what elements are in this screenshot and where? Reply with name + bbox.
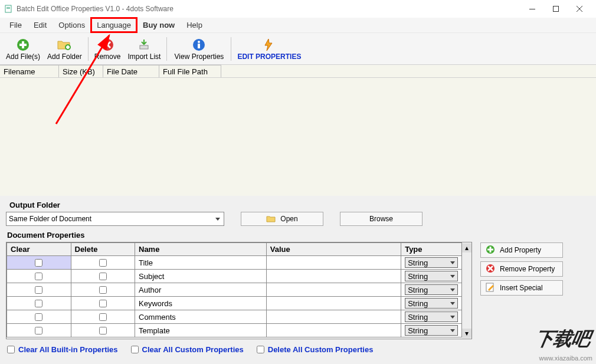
clear-builtin-check[interactable]: Clear All Built-in Properties: [7, 345, 118, 354]
view-properties-button[interactable]: View Properties: [169, 36, 228, 62]
clear-custom-check[interactable]: Clear All Custom Properties: [131, 345, 244, 354]
toolbar-label: Add Folder: [47, 53, 82, 61]
import-icon: [136, 37, 152, 53]
prop-name[interactable]: Keywords: [135, 297, 267, 310]
type-select[interactable]: String: [405, 284, 458, 295]
table-row[interactable]: SubjectString: [7, 270, 462, 283]
prop-value[interactable]: [266, 270, 401, 283]
prop-value[interactable]: [266, 297, 401, 310]
toolbar-separator: [166, 37, 167, 61]
menu-buy-now[interactable]: Buy now: [137, 18, 181, 32]
table-row[interactable]: TemplateString: [7, 324, 462, 337]
insert-special-button[interactable]: Insert Special: [480, 280, 563, 296]
delete-checkbox[interactable]: [99, 259, 107, 267]
remove-property-button[interactable]: Remove Property: [480, 261, 563, 277]
prop-name[interactable]: Title: [135, 256, 267, 270]
toolbar-label: Remove: [94, 53, 121, 61]
type-select[interactable]: String: [405, 271, 458, 281]
type-select[interactable]: String: [405, 311, 458, 322]
prop-value[interactable]: [266, 324, 401, 337]
checkbox[interactable]: [131, 346, 139, 353]
clear-checkbox[interactable]: [35, 313, 42, 321]
menu-edit[interactable]: Edit: [28, 18, 53, 32]
prop-name[interactable]: Subject: [135, 270, 267, 283]
watermark-url: www.xiazaiba.com: [539, 355, 592, 362]
svg-rect-16: [140, 45, 148, 49]
column-sizekb[interactable]: Size (KB): [59, 65, 103, 77]
scroll-up-icon[interactable]: ▴: [462, 243, 471, 252]
app-icon: [5, 5, 13, 13]
menu-file[interactable]: File: [4, 18, 28, 32]
prop-value[interactable]: [266, 283, 401, 297]
import-list-button[interactable]: Import List: [124, 36, 164, 62]
maximize-button[interactable]: [544, 0, 568, 18]
menu-language[interactable]: Language: [91, 18, 137, 32]
type-select[interactable]: String: [405, 257, 458, 268]
properties-table-wrap: Clear Delete Name Value Type TitleString…: [6, 242, 472, 339]
prop-name[interactable]: Author: [135, 283, 267, 297]
edit-properties-button[interactable]: EDIT PROPERTIES: [234, 36, 304, 62]
type-select[interactable]: String: [405, 298, 458, 309]
delete-checkbox[interactable]: [99, 273, 107, 280]
column-full-path[interactable]: Full File Path: [159, 65, 221, 77]
edit-icon: [486, 283, 495, 294]
column-file-date[interactable]: File Date: [103, 65, 159, 77]
checkbox[interactable]: [7, 346, 15, 353]
open-button[interactable]: Open: [241, 212, 323, 226]
table-row[interactable]: TitleString: [7, 256, 462, 270]
table-row[interactable]: AuthorString: [7, 283, 462, 297]
delete-checkbox[interactable]: [99, 286, 107, 294]
close-button[interactable]: [568, 0, 591, 18]
svg-rect-4: [554, 6, 559, 12]
file-list-area[interactable]: [0, 78, 596, 196]
table-row[interactable]: KeywordsString: [7, 297, 462, 310]
add-folder-button[interactable]: Add Folder: [44, 36, 86, 62]
clear-checkbox[interactable]: [35, 327, 42, 335]
col-type[interactable]: Type: [401, 243, 462, 256]
watermark-logo: 下载吧: [533, 326, 592, 352]
type-select[interactable]: String: [405, 325, 458, 336]
table-row[interactable]: CommentsString: [7, 310, 462, 324]
col-value[interactable]: Value: [266, 243, 401, 256]
plus-icon: [486, 245, 495, 256]
col-name[interactable]: Name: [135, 243, 267, 256]
svg-rect-22: [487, 248, 493, 250]
minimize-button[interactable]: [520, 0, 544, 18]
add-files-button[interactable]: Add File(s): [2, 36, 44, 62]
checkbox[interactable]: [257, 346, 264, 353]
toolbar-label: EDIT PROPERTIES: [237, 53, 301, 61]
menubar: File Edit Options Language Buy now Help: [0, 18, 596, 33]
delete-checkbox[interactable]: [99, 300, 107, 307]
browse-button[interactable]: Browse: [340, 212, 423, 226]
remove-button[interactable]: Remove: [91, 36, 125, 62]
prop-name[interactable]: Comments: [135, 310, 267, 324]
svg-rect-12: [66, 46, 70, 48]
delete-custom-check[interactable]: Delete All Custom Properties: [257, 345, 374, 354]
column-filename[interactable]: Filename: [0, 65, 59, 77]
insert-special-label: Insert Special: [500, 284, 543, 292]
toolbar-label: View Properties: [175, 53, 224, 61]
output-folder-combo[interactable]: Same Folder of Document: [6, 212, 224, 226]
clear-checkbox[interactable]: [35, 259, 42, 267]
add-property-button[interactable]: Add Property: [480, 242, 563, 258]
add-property-label: Add Property: [500, 246, 541, 254]
svg-rect-2: [6, 8, 10, 9]
col-clear[interactable]: Clear: [7, 243, 71, 256]
menu-help[interactable]: Help: [181, 18, 208, 32]
prop-value[interactable]: [266, 256, 401, 270]
delete-checkbox[interactable]: [99, 313, 107, 321]
clear-checkbox[interactable]: [35, 300, 42, 307]
vertical-scrollbar[interactable]: ▴ ▾: [462, 243, 471, 338]
menu-options[interactable]: Options: [53, 18, 91, 32]
prop-value[interactable]: [266, 310, 401, 324]
delete-checkbox[interactable]: [99, 327, 107, 335]
file-grid-header: Filename Size (KB) File Date Full File P…: [0, 65, 596, 78]
svg-rect-19: [198, 44, 200, 48]
col-delete[interactable]: Delete: [71, 243, 135, 256]
scroll-down-icon[interactable]: ▾: [462, 329, 471, 338]
clear-checkbox[interactable]: [35, 273, 42, 280]
window-title: Batch Edit Office Properties V1.0 - 4dot…: [17, 5, 520, 13]
prop-name[interactable]: Template: [135, 324, 267, 337]
toolbar-label: Add File(s): [6, 53, 40, 61]
clear-checkbox[interactable]: [35, 286, 42, 294]
